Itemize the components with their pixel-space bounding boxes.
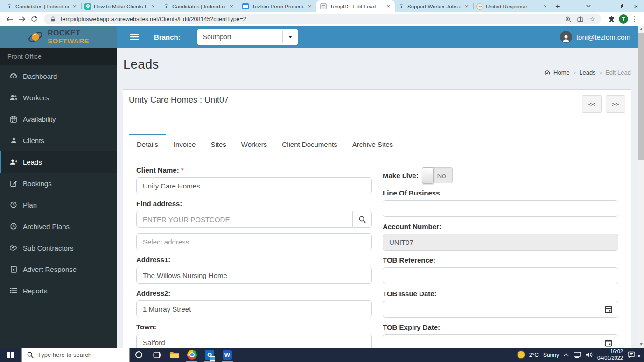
address2-field[interactable] xyxy=(136,300,372,317)
tab-close-icon[interactable] xyxy=(542,3,548,10)
minimize-button[interactable] xyxy=(596,0,612,12)
sidebar-item-plan[interactable]: Plan xyxy=(0,194,117,216)
task-view-icon xyxy=(153,352,161,358)
extensions-icon[interactable] xyxy=(606,14,617,25)
weather-sun-icon[interactable] xyxy=(518,351,525,358)
tob-reference-field[interactable] xyxy=(383,267,618,284)
weather-temp[interactable]: 2°C xyxy=(529,352,539,358)
tray-chevron-up-icon[interactable] xyxy=(564,353,569,356)
new-tab-button[interactable] xyxy=(552,0,564,12)
town-field[interactable] xyxy=(136,334,372,348)
tab-close-icon[interactable] xyxy=(307,3,313,10)
notification-count: 16 xyxy=(636,354,640,358)
taskbar-search-box[interactable]: Type here to search xyxy=(21,348,130,362)
select-address-field[interactable] xyxy=(136,233,372,250)
branch-select[interactable]: Southport xyxy=(197,29,298,45)
cortana-button[interactable] xyxy=(130,348,147,362)
tab-sites[interactable]: Sites xyxy=(203,134,233,153)
browser-tab-2[interactable]: How to Make Clients Live on Te xyxy=(81,0,160,12)
file-explorer-button[interactable] xyxy=(165,348,183,362)
sidebar-item-bookings[interactable]: Bookings xyxy=(0,173,117,194)
id-card-icon xyxy=(9,266,18,273)
sidebar-item-clients[interactable]: Clients xyxy=(0,130,117,151)
sidebar-item-sub-contractors[interactable]: Sub Contractors xyxy=(0,237,117,258)
line-of-business-field[interactable] xyxy=(383,200,618,217)
tob-issue-date-field[interactable] xyxy=(383,301,599,318)
share-icon[interactable] xyxy=(576,15,584,23)
tob-expiry-date-field[interactable] xyxy=(383,334,599,348)
zoom-icon[interactable] xyxy=(564,15,572,23)
chrome-button[interactable] xyxy=(183,348,201,362)
tob-issue-date-picker-button[interactable] xyxy=(599,301,618,318)
breadcrumb-leads[interactable]: Leads xyxy=(579,69,595,76)
calendar-icon xyxy=(605,339,612,347)
tab-details[interactable]: Details xyxy=(129,134,166,153)
client-name-field[interactable] xyxy=(136,177,372,194)
volume-icon[interactable] xyxy=(586,352,593,358)
browser-tab-4[interactable]: Tezlom Perm Procedure - Goog xyxy=(238,0,316,12)
browser-tab-7[interactable]: United Response xyxy=(473,0,552,12)
close-window-button[interactable] xyxy=(628,0,644,12)
sidebar-toggle-button[interactable] xyxy=(125,34,144,40)
clock-icon xyxy=(9,223,18,230)
google-docs-favicon xyxy=(242,3,249,9)
chevron-down-icon[interactable] xyxy=(283,36,298,38)
postcode-search-button[interactable] xyxy=(352,211,372,228)
scroll-down-arrow[interactable] xyxy=(638,341,644,348)
tab-close-icon[interactable] xyxy=(150,3,156,10)
profile-avatar[interactable]: T xyxy=(619,14,628,24)
postcode-field[interactable] xyxy=(136,211,352,228)
browser-menu-icon[interactable] xyxy=(629,14,640,25)
tob-expiry-date-picker-button[interactable] xyxy=(599,334,618,348)
brand-logo: ROCKET SOFTWARE xyxy=(0,26,117,48)
task-view-button[interactable] xyxy=(147,348,165,362)
tob-expiry-date-label: TOB Expiry Date: xyxy=(383,323,618,331)
restore-button[interactable] xyxy=(612,0,628,12)
breadcrumb-home[interactable]: Home xyxy=(553,69,570,76)
page-scrollbar[interactable] xyxy=(638,26,644,348)
toggle-handle-icon xyxy=(422,167,434,184)
browser-tab-6[interactable]: Support Worker Jobs in Liverpo xyxy=(395,0,473,12)
word-button[interactable]: W xyxy=(218,348,236,362)
sidebar-item-archived-plans[interactable]: Archived Plans xyxy=(0,216,117,237)
sidebar-item-leads[interactable]: Leads xyxy=(0,151,117,173)
previous-record-button[interactable]: << xyxy=(582,95,602,113)
tab-close-icon[interactable] xyxy=(385,3,392,10)
browser-tab-3[interactable]: Candidates | Indeed.com xyxy=(160,0,238,12)
sidebar-item-availability[interactable]: Availability xyxy=(0,108,117,130)
taskbar-clock[interactable]: 16:02 04/01/2022 xyxy=(597,348,623,362)
tab-client-documents[interactable]: Client Documents xyxy=(274,134,344,153)
tab-close-icon[interactable] xyxy=(463,3,470,10)
windows-taskbar: Type here to search O W 2°C Sunny 16:02 … xyxy=(0,348,644,362)
tab-invoice[interactable]: Invoice xyxy=(166,134,203,153)
start-button[interactable] xyxy=(0,348,21,362)
address-bar[interactable]: tempidpluswebapp.azurewebsites.net/Clien… xyxy=(44,14,601,24)
sidebar-item-workers[interactable]: Workers xyxy=(0,87,117,108)
forward-button[interactable] xyxy=(16,13,28,25)
reload-button[interactable] xyxy=(28,13,40,25)
bookmark-star-icon[interactable] xyxy=(588,15,596,23)
sidebar-item-reports[interactable]: Reports xyxy=(0,280,117,301)
indeed-favicon xyxy=(398,3,405,10)
tab-workers[interactable]: Workers xyxy=(234,134,275,153)
tab-title: Tezlom Perm Procedure - Goog xyxy=(252,4,304,9)
action-center-button[interactable]: 16 xyxy=(628,351,640,358)
tab-close-icon[interactable] xyxy=(71,3,78,10)
scrollbar-thumb[interactable] xyxy=(638,33,644,160)
tab-archive-sites[interactable]: Archive Sites xyxy=(345,134,401,153)
browser-tab-1[interactable]: Candidates | Indeed.com xyxy=(3,0,81,12)
network-icon[interactable] xyxy=(574,352,581,358)
scroll-up-arrow[interactable] xyxy=(638,26,644,32)
browser-tab-active[interactable]: TempID+ Edit Lead xyxy=(316,0,395,12)
tab-search-chevron-icon[interactable] xyxy=(581,0,596,12)
weather-desc[interactable]: Sunny xyxy=(543,352,559,358)
sidebar-item-dashboard[interactable]: Dashboard xyxy=(0,65,117,87)
user-menu[interactable]: toni@tezlom.com xyxy=(560,31,630,43)
make-live-toggle[interactable]: No xyxy=(422,167,453,183)
outlook-button[interactable]: O xyxy=(201,348,218,362)
address1-field[interactable] xyxy=(136,267,372,284)
next-record-button[interactable]: >> xyxy=(606,95,625,113)
tab-close-icon[interactable] xyxy=(228,3,235,10)
back-button[interactable] xyxy=(4,13,16,25)
sidebar-item-advert-response[interactable]: Advert Response xyxy=(0,258,117,280)
